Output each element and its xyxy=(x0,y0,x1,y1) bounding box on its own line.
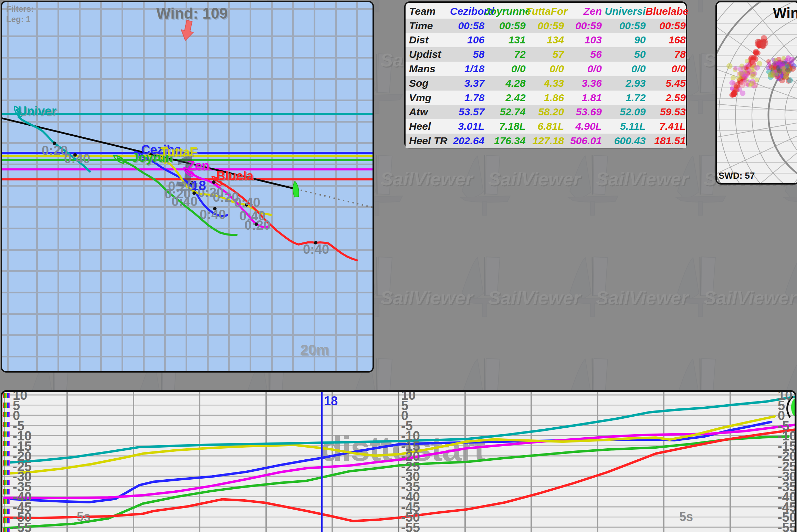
team-label-bluelabe[interactable]: Bluela xyxy=(216,169,254,183)
series-canvas[interactable] xyxy=(2,392,796,532)
wind-scatter-dot xyxy=(745,59,749,63)
table-row-heel-tr: Heel TR202.64176.34127.18506.01600.43181… xyxy=(406,134,686,148)
wind-scatter-dot xyxy=(775,72,779,76)
table-cell: 1.81 xyxy=(564,92,602,104)
team-name-header[interactable]: Cezibord xyxy=(450,6,484,17)
table-cell: 00:59 xyxy=(646,20,686,32)
wind-scatter-dot xyxy=(726,63,732,69)
row-label: Atw xyxy=(406,106,450,118)
polar-ring xyxy=(717,2,797,185)
wind-scatter-dot xyxy=(731,75,736,80)
row-label: Sog xyxy=(406,77,450,89)
leg-label: Leg: 1 xyxy=(6,14,31,24)
polar-canvas[interactable] xyxy=(717,2,797,185)
table-cell: 00:59 xyxy=(564,20,602,32)
table-cell: 00:59 xyxy=(484,20,526,32)
background-watermark-text: SailViewer xyxy=(488,168,581,189)
series-tick-block xyxy=(3,509,10,514)
table-cell: 3.36 xyxy=(564,77,602,89)
table-cell: 103 xyxy=(564,34,602,46)
table-cell: 59.53 xyxy=(646,106,686,118)
table-cell: 168 xyxy=(646,34,686,46)
table-cell: 6.81L xyxy=(526,121,564,132)
table-cell: 506.01 xyxy=(564,135,602,147)
team-name-header[interactable]: Joyrunne xyxy=(484,6,526,17)
wind-scatter-dot xyxy=(773,61,778,67)
team-name-header[interactable]: Bluelabe xyxy=(646,6,686,17)
wind-scatter-dot xyxy=(790,65,796,72)
team-label-tuttafor[interactable]: TuttaF xyxy=(160,145,197,159)
background-watermark-text: SailViewer xyxy=(380,287,474,308)
table-cell: 58.20 xyxy=(526,106,564,118)
team-label-zen[interactable]: Zen xyxy=(187,158,209,173)
background-watermark-text: SailViewer xyxy=(380,168,474,189)
y-axis-tick-label: -55 xyxy=(778,521,796,532)
series-line-universi xyxy=(4,397,795,463)
team-name-header[interactable]: Zen xyxy=(564,6,602,17)
table-cell: 58 xyxy=(450,49,485,60)
table-cell: 5.11L xyxy=(602,121,646,132)
table-cell: 00:58 xyxy=(450,20,485,32)
series-tick-block xyxy=(3,518,10,523)
row-label: Vmg xyxy=(406,92,450,104)
series-line-bluelabe xyxy=(4,429,796,521)
wind-scatter-dot xyxy=(785,64,789,68)
wind-scatter-dot xyxy=(740,82,746,88)
own-boat-icon[interactable] xyxy=(292,181,299,197)
wind-scatter-dot xyxy=(731,90,737,96)
time-cursor[interactable] xyxy=(321,392,323,532)
table-cell: 0/0 xyxy=(646,63,686,75)
table-cell: 3.37 xyxy=(450,77,485,89)
series-tick-block xyxy=(3,451,10,456)
series-tick-block xyxy=(3,470,10,475)
wind-polar-panel[interactable]: Wind SWD: 57 xyxy=(715,1,797,185)
y-axis-tick-label: -55 xyxy=(401,521,420,532)
series-tick-block xyxy=(3,499,10,504)
wind-scatter-dot xyxy=(736,76,741,81)
wind-scatter-dot xyxy=(754,65,760,71)
table-cell: 56 xyxy=(564,49,602,60)
team-name-header[interactable]: Universi xyxy=(602,6,646,17)
track-time-dot xyxy=(212,180,216,184)
wind-scatter-dot xyxy=(761,42,766,47)
polar-ring xyxy=(717,2,797,185)
row-label: Updist xyxy=(406,49,450,60)
wind-scatter-dot xyxy=(782,56,786,61)
series-axis-ticks xyxy=(3,393,10,532)
map-panel[interactable]: 10:200:400:200:200:400:200:200:400:400:4… xyxy=(1,1,374,373)
wind-scatter-dot xyxy=(783,74,789,80)
map-canvas[interactable]: 10:200:400:200:200:400:200:200:400:400:4… xyxy=(2,2,374,373)
series-tick-block xyxy=(3,489,10,494)
wind-scatter-dot xyxy=(786,55,791,61)
table-row-atw: Atw53.5752.7458.2053.6952.0959.53 xyxy=(406,105,686,119)
table-cell: 181.51 xyxy=(646,135,686,147)
series-tick-block xyxy=(3,431,10,437)
table-cell: 106 xyxy=(450,34,485,46)
disttostart-chart-panel[interactable]: disttostart 18 1050-5-10-15-20-25-30-35-… xyxy=(1,390,796,532)
table-cell: 134 xyxy=(526,34,564,46)
wind-scatter-dot xyxy=(771,71,775,75)
table-cell: 57 xyxy=(526,49,564,60)
series-tick-block xyxy=(3,460,10,466)
series-tick-block xyxy=(3,480,10,485)
wind-scatter-dot xyxy=(729,80,735,86)
series-tick-block xyxy=(3,422,10,427)
background-watermark-text: SailViewer xyxy=(596,168,689,189)
table-cell: 2.93 xyxy=(602,77,646,89)
wind-scatter-dot xyxy=(730,87,734,91)
table-cell: 90 xyxy=(602,34,646,46)
polar-ring xyxy=(717,2,797,185)
wind-scatter-dot xyxy=(750,74,756,79)
background-watermark-text: SailViewer xyxy=(596,287,689,308)
telemetry-table: TeamCezibordJoyrunneTuttaForZenUniversiB… xyxy=(404,1,687,148)
team-label-universi[interactable]: Univer xyxy=(18,104,56,118)
sailviewer-app: { "app": {"watermark_text": "SailViewer"… xyxy=(0,0,797,532)
table-cell: 600.43 xyxy=(602,135,646,147)
table-row-vmg: Vmg1.782.421.861.811.722.59 xyxy=(406,91,686,105)
wind-scatter-dot xyxy=(767,62,772,66)
track-time-label: 0:40 xyxy=(171,194,198,209)
team-name-header[interactable]: TuttaFor xyxy=(526,6,564,17)
table-cell: 00:59 xyxy=(602,20,646,32)
table-cell: 0/0 xyxy=(564,63,602,75)
wind-arrow-icon xyxy=(174,19,202,47)
